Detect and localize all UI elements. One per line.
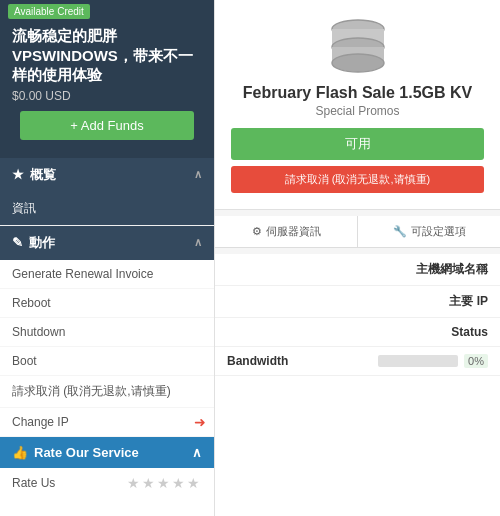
info-rows: 主機網域名稱 主要 IP Status Bandwidth 0% (215, 254, 500, 516)
action-item-renewal[interactable]: Generate Renewal Invoice (0, 260, 214, 289)
action-item-boot[interactable]: Boot (0, 347, 214, 376)
tab-settings[interactable]: 🔧 可設定選項 (358, 216, 500, 247)
sidebar-item-info[interactable]: 資訊 (0, 192, 214, 226)
hostname-row: 主機網域名稱 (215, 254, 500, 286)
svg-point-4 (332, 54, 384, 72)
bandwidth-progress-bar (378, 355, 458, 367)
status-row: Status (215, 318, 500, 347)
overview-section-left: ★ 概覧 (12, 166, 56, 184)
sidebar: Available Credit 流畅稳定的肥胖 VPSWINDOWS，带来不一… (0, 0, 215, 516)
product-name: February Flash Sale 1.5GB KV (243, 84, 472, 102)
overview-section-label: 概覧 (30, 166, 56, 184)
actions-section-label: 動作 (29, 234, 55, 252)
main-content: February Flash Sale 1.5GB KV Special Pro… (215, 0, 500, 516)
action-item-reboot[interactable]: Reboot (0, 289, 214, 318)
bandwidth-label: Bandwidth (227, 354, 288, 368)
rate-section-header[interactable]: 👍 Rate Our Service ∧ (0, 437, 214, 468)
thumbsup-icon: 👍 (12, 445, 28, 460)
tab-settings-label: 可設定選項 (411, 224, 466, 239)
tab-server-info[interactable]: ⚙ 伺服器資訊 (215, 216, 358, 247)
rate-us-label: Rate Us (12, 476, 55, 490)
action-item-change-ip[interactable]: Change IP ➜ (0, 408, 214, 437)
cancel-button[interactable]: 請求取消 (取消无退款,请慎重) (231, 166, 484, 193)
main-ip-label: 主要 IP (449, 293, 488, 310)
status-label: Status (451, 325, 488, 339)
available-credit-badge: Available Credit (8, 4, 90, 19)
stars-icon[interactable]: ★★★★★ (127, 475, 202, 491)
tab-server-info-label: 伺服器資訊 (266, 224, 321, 239)
actions-section-left: ✎ 動作 (12, 234, 55, 252)
settings-icon: 🔧 (393, 225, 407, 238)
bandwidth-progress-label: 0% (464, 354, 488, 368)
actions-section-header[interactable]: ✎ 動作 ∧ (0, 226, 214, 260)
action-item-shutdown[interactable]: Shutdown (0, 318, 214, 347)
sidebar-amount: $0.00 USD (12, 89, 202, 103)
product-header: February Flash Sale 1.5GB KV Special Pro… (215, 0, 500, 210)
action-items-list: Generate Renewal Invoice Reboot Shutdown… (0, 260, 214, 437)
rate-chevron-icon: ∧ (192, 445, 202, 460)
action-item-cancel[interactable]: 請求取消 (取消无退款,请慎重) (0, 376, 214, 408)
tabs-row: ⚙ 伺服器資訊 🔧 可設定選項 (215, 216, 500, 248)
overview-section-header[interactable]: ★ 概覧 ∧ (0, 158, 214, 192)
bandwidth-progress-container: 0% (378, 354, 488, 368)
main-ip-row: 主要 IP (215, 286, 500, 318)
product-sub: Special Promos (315, 104, 399, 118)
rate-us-item[interactable]: Rate Us ★★★★★ (0, 468, 214, 498)
available-button[interactable]: 可用 (231, 128, 484, 160)
wrench-icon: ✎ (12, 235, 23, 250)
add-funds-button[interactable]: + Add Funds (20, 111, 194, 140)
arrow-icon: ➜ (194, 414, 206, 430)
sidebar-title: 流畅稳定的肥胖 VPSWINDOWS，带来不一样的使用体验 (12, 26, 202, 85)
server-icon: ⚙ (252, 225, 262, 238)
product-icon (323, 16, 393, 76)
overview-chevron-icon: ∧ (194, 168, 202, 181)
hostname-label: 主機網域名稱 (416, 261, 488, 278)
sidebar-header: Available Credit 流畅稳定的肥胖 VPSWINDOWS，带来不一… (0, 0, 214, 158)
star-icon: ★ (12, 167, 24, 182)
bandwidth-row: Bandwidth 0% (215, 347, 500, 376)
rate-section-label: Rate Our Service (34, 445, 139, 460)
rate-section-left: 👍 Rate Our Service (12, 445, 139, 460)
actions-chevron-icon: ∧ (194, 236, 202, 249)
